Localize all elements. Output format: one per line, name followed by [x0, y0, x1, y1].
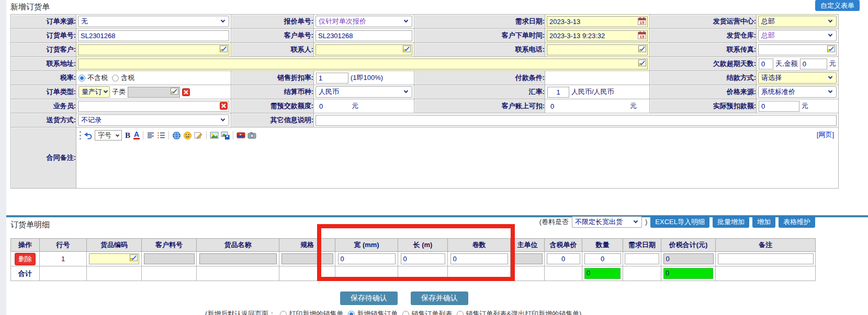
media-icon[interactable] [236, 131, 245, 139]
price-source-select[interactable]: 系统标准价 [758, 86, 837, 98]
address-input[interactable] [78, 59, 648, 69]
salesman-label: 业务员: [11, 99, 76, 113]
chevron-down-icon [404, 89, 408, 93]
batch-add-button[interactable]: 批量增加 [713, 216, 749, 228]
address-field [78, 59, 648, 69]
toolbar-separator [206, 131, 207, 139]
settle-method-select[interactable]: 请选择 [758, 72, 837, 84]
chevron-down-icon [221, 117, 225, 121]
roll-option-select[interactable]: 不限定长宽出货 [572, 216, 642, 228]
clear-subclass-icon[interactable] [182, 88, 190, 96]
radio-icon[interactable] [280, 311, 287, 315]
order-time-input[interactable] [547, 30, 648, 41]
payment-terms-cell [545, 71, 650, 85]
ship-center-label: 发货运营中心: [650, 15, 757, 29]
snapshot-icon[interactable] [247, 131, 256, 139]
customer-input[interactable] [78, 44, 229, 55]
save-confirm-button[interactable]: 保存并确认 [411, 291, 468, 305]
column-header: 长 (m) [398, 239, 448, 252]
customer-no-label: 客户单号: [231, 29, 314, 43]
column-header: 含税单价 [545, 239, 582, 252]
delete-row-button[interactable]: 删除 [15, 253, 36, 265]
table-maintain-button[interactable]: 表格维护 [779, 216, 815, 228]
remark-input[interactable] [718, 253, 814, 264]
picker-icon[interactable] [827, 45, 835, 52]
unit-price-input[interactable] [547, 253, 580, 264]
bold-icon[interactable]: B [124, 131, 131, 140]
actual-withhold-input[interactable] [759, 101, 799, 112]
tax-excl-radio[interactable] [78, 75, 85, 81]
order-source-select[interactable]: 无 [78, 16, 229, 27]
emoticon-icon[interactable] [183, 131, 192, 140]
row-demand-date-input[interactable] [625, 253, 659, 264]
radio-icon[interactable] [348, 311, 355, 315]
other-info-input[interactable] [315, 115, 837, 126]
currency-select[interactable]: 人民币 [315, 86, 412, 98]
prepay-quota-unit: 元 [352, 101, 358, 111]
toolbar-separator [143, 131, 143, 139]
overdue-unit: 元 [829, 59, 836, 68]
font-size-select[interactable]: 字号 [95, 130, 122, 141]
rolls-input[interactable] [450, 253, 508, 264]
picker-icon[interactable] [638, 60, 646, 66]
column-header: 操作 [11, 239, 40, 252]
save-pending-button[interactable]: 保存待确认 [340, 291, 398, 305]
exchange-rate-input[interactable] [547, 87, 569, 98]
customize-form-button[interactable]: 自定义表单 [815, 0, 860, 11]
order-no-input[interactable] [78, 30, 229, 41]
demand-date-input[interactable] [547, 16, 648, 27]
add-row-button[interactable]: 增加 [752, 216, 775, 228]
picker-icon[interactable] [220, 45, 228, 52]
column-header: 数量 [582, 239, 623, 252]
contact-input[interactable] [315, 44, 412, 55]
radio-icon[interactable] [402, 311, 409, 315]
length-m-input[interactable] [401, 253, 445, 264]
discount-input[interactable] [316, 73, 348, 84]
link-globe-icon[interactable] [172, 131, 181, 140]
font-color-icon[interactable]: A [133, 131, 140, 139]
picker-icon[interactable] [638, 45, 646, 52]
return-option[interactable]: 销售订单列表 [402, 309, 452, 315]
delivery-method-select[interactable]: 不记录 [78, 114, 229, 126]
salesman-input[interactable] [78, 101, 229, 112]
subclass-field [128, 87, 180, 98]
save-image-icon[interactable] [221, 131, 230, 139]
order-type-label: 订单类型: [11, 85, 76, 99]
tax-incl-radio[interactable] [112, 75, 119, 81]
return-option[interactable]: 销售订单列表&弹出打印新增的销售单) [457, 309, 581, 315]
excel-import-button[interactable]: EXCEL导入明细 [650, 216, 709, 228]
picker-icon[interactable] [403, 45, 411, 52]
qty-input[interactable] [584, 253, 621, 264]
phone-input[interactable] [547, 44, 648, 55]
warehouse-select[interactable]: 总部 [758, 30, 837, 41]
insert-image-icon[interactable] [210, 131, 219, 139]
radio-icon[interactable] [457, 311, 464, 315]
picker-icon[interactable] [130, 254, 138, 261]
toolbar-separator [233, 131, 233, 139]
order-time-field [547, 30, 648, 41]
customer-no-input[interactable] [315, 30, 412, 41]
overdue-days-input[interactable] [759, 59, 773, 69]
calendar-icon[interactable] [638, 31, 646, 39]
webpage-link[interactable]: [网页] [817, 130, 834, 139]
undo-icon[interactable] [84, 131, 93, 139]
ordered-list-icon[interactable] [157, 131, 165, 139]
overdue-amount-input[interactable] [800, 59, 827, 69]
clear-salesman-icon[interactable] [220, 102, 228, 110]
return-option[interactable]: 新增销售订单 [348, 309, 398, 315]
ship-center-select[interactable]: 总部 [758, 16, 837, 27]
page-title: 新增订货单 [10, 2, 50, 12]
picker-icon[interactable] [171, 88, 178, 95]
width-mm-input[interactable] [338, 253, 396, 264]
column-header: 客户料号 [142, 239, 197, 252]
fax-input[interactable] [758, 44, 837, 55]
edit-html-icon[interactable] [194, 131, 203, 139]
order-type-select[interactable]: 量产订 [78, 86, 110, 98]
quote-no-select[interactable]: 仅针对单次报价 [315, 16, 412, 27]
demand-date-label: 需求日期: [414, 15, 545, 29]
contract-note-editor[interactable]: 字号 B A [网页] [76, 127, 839, 189]
return-option[interactable]: 打印新增的销售单 [280, 309, 343, 315]
align-icon[interactable] [146, 131, 155, 139]
calendar-icon[interactable] [638, 17, 646, 25]
customer-part-no-input [144, 253, 195, 264]
